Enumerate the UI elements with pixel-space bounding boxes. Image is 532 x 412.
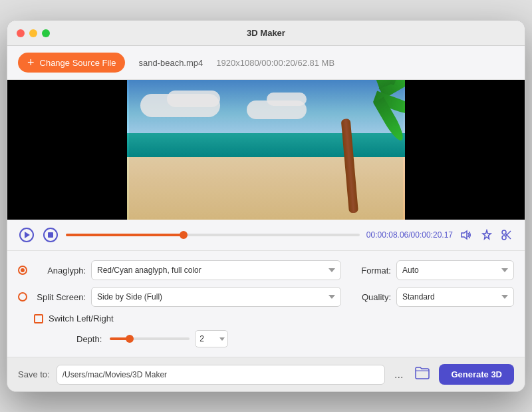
stop-icon (43, 228, 58, 242)
stop-button[interactable] (42, 226, 59, 244)
volume-button[interactable] (460, 228, 474, 242)
scissors-icon (501, 229, 513, 241)
open-folder-button[interactable] (412, 365, 432, 384)
switch-lr-row: Switch Left/Right (34, 313, 341, 323)
effects-button[interactable] (479, 228, 494, 242)
time-current: 00:00:08.06 (366, 230, 408, 240)
svg-marker-0 (462, 231, 467, 239)
depth-label: Depth: (76, 334, 102, 344)
split-screen-select[interactable]: Side by Side (Full) (91, 287, 341, 307)
settings-left-panel: Anaglyph: Red/Cyan anaglyph, full color … (18, 260, 341, 347)
format-row: Format: Auto (354, 260, 514, 280)
main-window: 3D Maker + Change Source File sand-beach… (7, 20, 525, 392)
anaglyph-red-shift (129, 80, 405, 220)
close-button[interactable] (17, 29, 25, 37)
maximize-button[interactable] (42, 29, 50, 37)
file-name: sand-beach.mp4 (138, 58, 203, 68)
anaglyph-row: Anaglyph: Red/Cyan anaglyph, full color (18, 260, 341, 280)
settings-area: Anaglyph: Red/Cyan anaglyph, full color … (7, 251, 525, 357)
plus-icon: + (27, 57, 35, 69)
radio-dot-inner (21, 268, 25, 272)
traffic-lights (17, 29, 50, 37)
minimize-button[interactable] (29, 29, 37, 37)
window-title: 3D Maker (247, 28, 285, 38)
time-total: 00:00:20.17 (411, 230, 453, 240)
beach-scene (127, 80, 405, 220)
quality-label: Quality: (354, 292, 391, 302)
depth-slider-thumb (126, 335, 134, 343)
split-screen-label: Split Screen: (33, 292, 86, 302)
scissors-button[interactable] (499, 228, 514, 242)
video-black-right (405, 80, 525, 220)
progress-fill (66, 234, 184, 236)
control-icons (460, 228, 514, 242)
speaker-icon (461, 230, 473, 240)
player-controls: 00:00:08.06/00:00:20.17 (7, 220, 525, 251)
play-icon (19, 228, 34, 242)
quality-row: Quality: Standard (354, 287, 514, 307)
switch-lr-label: Switch Left/Right (49, 313, 114, 323)
video-preview-area (7, 80, 525, 220)
file-meta: 1920x1080/00:00:20/62.81 MB (216, 58, 334, 68)
quality-select[interactable]: Standard (396, 287, 514, 307)
split-screen-radio[interactable] (18, 292, 27, 302)
video-black-left (7, 80, 127, 220)
depth-slider[interactable] (110, 337, 190, 340)
change-source-label: Change Source File (40, 58, 116, 68)
depth-row: Depth: 2 (76, 330, 341, 347)
depth-value-select[interactable]: 2 (195, 330, 228, 347)
footer-bar: Save to: /Users/mac/Movies/3D Maker ... … (7, 357, 525, 391)
settings-right-panel: Format: Auto Quality: Standard (354, 260, 514, 347)
toolbar: + Change Source File sand-beach.mp4 1920… (7, 46, 525, 80)
play-triangle-icon (25, 232, 30, 238)
time-display: 00:00:08.06/00:00:20.17 (366, 230, 453, 240)
folder-icon (415, 366, 430, 379)
svg-point-2 (502, 236, 506, 240)
format-label: Format: (354, 266, 391, 276)
browse-dots-button[interactable]: ... (392, 367, 406, 382)
svg-point-1 (502, 230, 506, 234)
play-button[interactable] (18, 226, 35, 244)
anaglyph-select[interactable]: Red/Cyan anaglyph, full color (91, 260, 341, 280)
split-screen-row: Split Screen: Side by Side (Full) (18, 287, 341, 307)
progress-bar[interactable] (66, 234, 360, 236)
anaglyph-label: Anaglyph: (33, 266, 86, 276)
anaglyph-radio[interactable] (18, 266, 27, 275)
save-to-label: Save to: (18, 369, 50, 379)
switch-lr-checkbox[interactable] (34, 314, 43, 323)
change-source-button[interactable]: + Change Source File (18, 53, 125, 73)
save-path-display: /Users/mac/Movies/3D Maker (57, 365, 385, 385)
generate-button[interactable]: Generate 3D (439, 364, 514, 385)
progress-thumb (180, 231, 188, 239)
stop-square-icon (48, 232, 53, 238)
format-select[interactable]: Auto (396, 260, 514, 280)
title-bar: 3D Maker (7, 21, 525, 46)
star-icon (481, 229, 493, 241)
